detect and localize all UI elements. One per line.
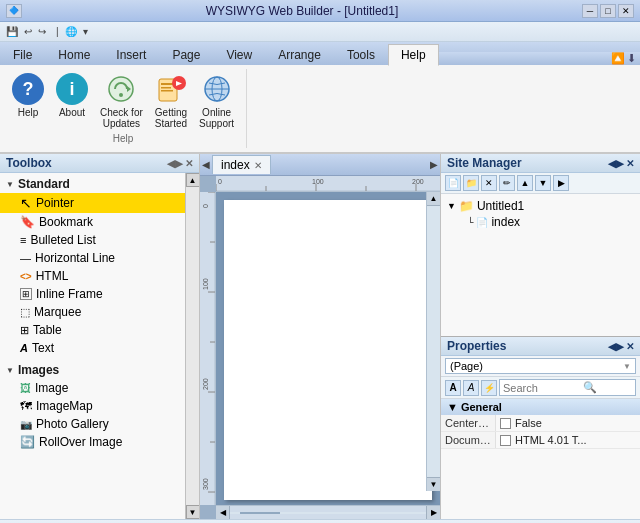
sm-rename-icon[interactable]: ✏ [499, 175, 515, 191]
sm-down-icon[interactable]: ▼ [535, 175, 551, 191]
imagemap-icon: 🗺 [20, 399, 32, 413]
sm-delete-icon[interactable]: ✕ [481, 175, 497, 191]
properties-dropdown[interactable]: (Page) ▼ [445, 358, 636, 374]
ribbon-minimize-icon[interactable]: ⬇ [627, 52, 636, 65]
props-icon-2[interactable]: A [463, 380, 479, 396]
props-checkbox-doctype[interactable] [500, 435, 511, 446]
tab-file[interactable]: File [0, 44, 45, 65]
toolbox-category-images[interactable]: ▼ Images [0, 361, 185, 379]
props-icon-3[interactable]: ⚡ [481, 380, 497, 396]
canvas-scroll-h-track[interactable] [230, 512, 426, 514]
title-bar-icons[interactable]: 🔷 [6, 4, 22, 18]
toolbox-item-text[interactable]: A Text [0, 339, 185, 357]
toolbox-item-horizontal-line[interactable]: — Horizontal Line [0, 249, 185, 267]
toolbox-scroll-up[interactable]: ▲ [186, 173, 200, 187]
toolbox-item-html[interactable]: <> HTML [0, 267, 185, 285]
tab-home[interactable]: Home [45, 44, 103, 65]
canvas-nav-right[interactable]: ▶ [428, 159, 440, 170]
check-updates-button[interactable]: Check forUpdates [96, 71, 147, 131]
maximize-button[interactable]: □ [600, 4, 616, 18]
quick-toolbar-arrow[interactable]: ▾ [81, 25, 90, 38]
about-button[interactable]: i About [52, 71, 92, 120]
toolbox-item-rollover-image[interactable]: 🔄 RollOver Image [0, 433, 185, 451]
toolbox-item-pointer[interactable]: ↖ Pointer [0, 193, 185, 213]
online-support-button[interactable]: OnlineSupport [195, 71, 238, 131]
title-controls[interactable]: ─ □ ✕ [582, 4, 634, 18]
about-button-icon: i [56, 73, 88, 105]
toolbox-item-imagemap[interactable]: 🗺 ImageMap [0, 397, 185, 415]
canvas-scroll-v-down[interactable]: ▼ [427, 477, 440, 491]
sm-up-icon[interactable]: ▲ [517, 175, 533, 191]
toolbox-item-table[interactable]: ⊞ Table [0, 321, 185, 339]
getting-started-button[interactable]: GettingStarted [151, 71, 191, 131]
props-search-icon[interactable]: 🔍 [583, 381, 597, 394]
toolbox-item-inline-frame[interactable]: ⊞ Inline Frame [0, 285, 185, 303]
tab-tools[interactable]: Tools [334, 44, 388, 65]
ruler-top-svg: 0 100 200 300 [216, 176, 440, 192]
site-manager-header: Site Manager ◀▶ ✕ [441, 154, 640, 173]
toolbox-item-bulleted-list-label: Bulleted List [30, 233, 95, 247]
redo-icon[interactable]: ↪ [36, 25, 48, 38]
toolbox-item-marquee[interactable]: ⬚ Marquee [0, 303, 185, 321]
minimize-button[interactable]: ─ [582, 4, 598, 18]
tab-view[interactable]: View [213, 44, 265, 65]
canvas-scrollbar-v[interactable]: ▲ ▼ [426, 192, 440, 491]
menu-icon[interactable]: 🔷 [6, 4, 22, 18]
canvas-scrollbar-h[interactable]: ◀ ▶ [216, 505, 440, 519]
close-button[interactable]: ✕ [618, 4, 634, 18]
props-icon-1[interactable]: A [445, 380, 461, 396]
toolbox-scroll-down[interactable]: ▼ [186, 505, 200, 519]
props-checkbox-center[interactable] [500, 418, 511, 429]
sm-new-folder-icon[interactable]: 📁 [463, 175, 479, 191]
toolbox-item-image[interactable]: 🖼 Image [0, 379, 185, 397]
tab-insert[interactable]: Insert [103, 44, 159, 65]
properties-close-icon[interactable]: ✕ [626, 341, 634, 352]
about-circle-icon: i [56, 73, 88, 105]
props-val-doctype[interactable]: HTML 4.01 T... [496, 432, 640, 448]
toolbox-scroll-track[interactable] [186, 187, 199, 505]
canvas-area: ◀ index ✕ ▶ 0 100 200 [200, 154, 440, 519]
sm-preview-icon[interactable]: ▶ [553, 175, 569, 191]
ruler-left: 0 100 200 300 [200, 192, 216, 505]
browser-icon[interactable]: 🌐 [63, 25, 79, 38]
toolbox-dock-icon[interactable]: ◀▶ [167, 158, 183, 169]
toolbox-header-icons[interactable]: ◀▶ ✕ [167, 158, 193, 169]
canvas-tab-close[interactable]: ✕ [254, 160, 262, 171]
canvas-scroll-v-up[interactable]: ▲ [427, 192, 440, 206]
toolbox-item-photo-gallery[interactable]: 📷 Photo Gallery [0, 415, 185, 433]
properties-header-icons[interactable]: ◀▶ ✕ [608, 341, 634, 352]
undo-icon[interactable]: ↩ [22, 25, 34, 38]
sm-new-page-icon[interactable]: 📄 [445, 175, 461, 191]
toolbox-item-bookmark[interactable]: 🔖 Bookmark [0, 213, 185, 231]
help-button[interactable]: ? Help [8, 71, 48, 120]
canvas-scroll-h-left[interactable]: ◀ [216, 506, 230, 520]
canvas-scroll-v-track[interactable] [427, 206, 440, 477]
properties-dock-icon[interactable]: ◀▶ [608, 341, 624, 352]
props-val-center[interactable]: False [496, 415, 640, 431]
canvas-nav-left[interactable]: ◀ [200, 159, 212, 170]
site-manager-close-icon[interactable]: ✕ [626, 158, 634, 169]
tab-help[interactable]: Help [388, 44, 439, 66]
canvas-scroll-h-right[interactable]: ▶ [426, 506, 440, 520]
tab-page[interactable]: Page [159, 44, 213, 65]
props-section-general[interactable]: ▼ General [441, 399, 640, 415]
tree-item-root[interactable]: ▼ 📁 Untitled1 [445, 198, 636, 214]
canvas-page[interactable]: ▲ ▼ [216, 192, 440, 505]
tree-item-index[interactable]: └ 📄 index [445, 214, 636, 230]
props-key-center: Center i... [441, 415, 496, 431]
site-manager-header-icons[interactable]: ◀▶ ✕ [608, 158, 634, 169]
save-quick-icon[interactable]: 💾 [4, 25, 20, 38]
props-search-input[interactable] [503, 382, 583, 394]
canvas-tab-index[interactable]: index ✕ [212, 155, 271, 174]
canvas-scroll-h-thumb[interactable] [240, 512, 280, 514]
properties-title: Properties [447, 339, 506, 353]
ribbon-help-icon[interactable]: 🔼 [611, 52, 625, 65]
props-value-center: False [515, 417, 542, 429]
toolbox-category-standard[interactable]: ▼ Standard [0, 175, 185, 193]
site-manager-dock-icon[interactable]: ◀▶ [608, 158, 624, 169]
toolbox-item-bulleted-list[interactable]: ≡ Bulleted List [0, 231, 185, 249]
canvas-tab-bar: ◀ index ✕ ▶ [200, 154, 440, 176]
tab-arrange[interactable]: Arrange [265, 44, 334, 65]
toolbox-close-icon[interactable]: ✕ [185, 158, 193, 169]
props-row-center: Center i... False [441, 415, 640, 432]
